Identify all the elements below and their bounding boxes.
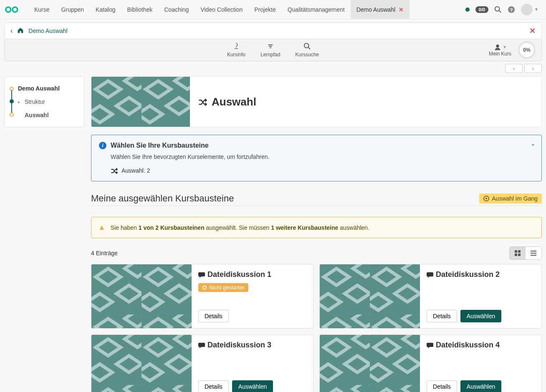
svg-point-9 — [237, 48, 238, 49]
home-icon[interactable] — [17, 27, 24, 35]
logo[interactable] — [3, 5, 22, 15]
grid-view-button[interactable] — [510, 247, 526, 259]
svg-line-14 — [308, 48, 310, 50]
top-nav: KurseGruppenKatalogBibliothekCoachingVid… — [0, 0, 546, 19]
svg-rect-22 — [531, 251, 536, 251]
select-button[interactable]: Auswählen — [232, 380, 273, 392]
nav-tab[interactable]: Bibliothek — [121, 0, 159, 19]
kursinfo-button[interactable]: Kursinfo — [220, 43, 253, 58]
card-image — [320, 335, 420, 392]
close-icon[interactable]: ✕ — [529, 26, 536, 35]
tree-struktur[interactable]: ▸ Struktur — [5, 95, 84, 108]
details-button[interactable]: Details — [198, 310, 229, 322]
progress-circle: 0% — [518, 41, 536, 59]
notification-badge[interactable]: 0/0 — [475, 6, 488, 13]
breadcrumb-title[interactable]: Demo Auswahl — [28, 28, 67, 34]
nav-tab[interactable]: Gruppen — [56, 0, 90, 19]
info-foot: Auswahl: 2 — [121, 167, 150, 174]
svg-point-3 — [495, 6, 500, 11]
user-menu[interactable]: ▼ — [521, 4, 538, 15]
list-view-button[interactable] — [526, 247, 541, 259]
presence-dot — [465, 8, 470, 12]
help-icon[interactable]: ? — [508, 6, 515, 13]
svg-text:?: ? — [510, 7, 513, 12]
svg-point-7 — [235, 48, 235, 49]
kurssuche-label: Kurssuche — [295, 52, 319, 58]
next-button[interactable]: › — [524, 64, 542, 73]
svg-rect-21 — [518, 254, 521, 256]
warning-text: Sie haben 1 von 2 Kursbausteinen ausgewä… — [111, 224, 369, 231]
details-button[interactable]: Details — [427, 310, 457, 322]
caret-down-icon: ▼ — [534, 7, 538, 12]
chat-icon — [427, 342, 434, 349]
svg-rect-27 — [91, 335, 192, 392]
prev-button[interactable]: ‹ — [505, 64, 523, 73]
nav-tab[interactable]: Qualitätsmanagement — [282, 0, 351, 19]
tree-auswahl-label: Auswahl — [25, 112, 49, 118]
lernpfad-button[interactable]: Lernpfad — [253, 43, 288, 58]
course-toolbar: Kursinfo Lernpfad Kurssuche ▼ Mein Kurs … — [4, 39, 542, 61]
nav-tab-active[interactable]: Demo Auswahl✕ — [351, 0, 410, 19]
tree-root[interactable]: Demo Auswahl — [5, 82, 84, 95]
tree-root-label: Demo Auswahl — [18, 85, 60, 92]
header-image — [91, 77, 190, 127]
info-panel: i Wählen Sie Ihre Kursbausteine Wählen S… — [91, 135, 542, 181]
section-title: Meine ausgewählen Kursbausteine — [91, 193, 234, 204]
info-icon: i — [99, 142, 106, 149]
kurssuche-button[interactable]: Kurssuche — [288, 43, 326, 58]
search-icon[interactable] — [494, 6, 502, 13]
avatar — [521, 4, 533, 15]
chat-icon — [427, 271, 434, 279]
course-card: Dateidiskussion 2 Details Auswählen — [319, 264, 542, 329]
warning-panel: ▲ Sie haben 1 von 2 Kursbausteinen ausge… — [91, 217, 542, 238]
svg-rect-20 — [515, 254, 517, 256]
tree-struktur-label: Struktur — [25, 98, 45, 105]
shuffle-icon — [198, 97, 207, 106]
details-button[interactable]: Details — [427, 380, 457, 392]
details-button[interactable]: Details — [198, 380, 229, 392]
svg-line-4 — [499, 10, 501, 13]
svg-point-8 — [236, 48, 237, 49]
card-title: Dateidiskussion 3 — [198, 341, 306, 349]
page-header: Auswahl — [91, 76, 542, 127]
card-image — [91, 264, 192, 328]
nav-tab[interactable]: Coaching — [158, 0, 195, 19]
mein-kurs-label: Mein Kurs — [489, 51, 511, 57]
svg-rect-24 — [531, 255, 536, 256]
svg-rect-26 — [320, 264, 420, 328]
play-circle-icon — [483, 196, 489, 201]
page-title: Auswahl — [212, 95, 256, 108]
svg-point-13 — [304, 43, 308, 48]
svg-rect-16 — [91, 77, 190, 127]
tree-auswahl[interactable]: Auswahl — [5, 108, 84, 122]
course-card: Dateidiskussion 3 Details Auswählen — [91, 334, 313, 392]
info-title: Wählen Sie Ihre Kursbausteine — [111, 142, 209, 149]
info-body: Wählen Sie Ihre bevorzugten Kurselemente… — [111, 153, 534, 160]
mein-kurs-menu[interactable]: ▼ Mein Kurs — [489, 43, 511, 57]
back-icon[interactable]: ‹ — [10, 27, 13, 35]
nav-tab[interactable]: Kurse — [28, 0, 56, 19]
chat-icon — [198, 342, 206, 349]
select-button[interactable]: Auswählen — [460, 310, 502, 322]
svg-rect-19 — [518, 250, 521, 253]
nav-tab[interactable]: Video Collection — [195, 0, 248, 19]
course-card: Dateidiskussion 4 Details Auswählen — [319, 334, 542, 392]
select-button[interactable]: Auswählen — [460, 380, 502, 392]
kursinfo-label: Kursinfo — [227, 52, 245, 58]
nav-tab[interactable]: Katalog — [90, 0, 121, 19]
nav-tab[interactable]: Projekte — [248, 0, 281, 19]
entries-count: 4 Einträge — [91, 250, 118, 256]
card-title: Dateidiskussion 2 — [427, 270, 535, 279]
breadcrumb: ‹ Demo Auswahl ✕ — [4, 23, 542, 39]
card-image — [320, 264, 420, 328]
tab-close-icon[interactable]: ✕ — [399, 6, 404, 13]
svg-point-2 — [13, 7, 18, 12]
collapse-icon[interactable]: ⌄ — [531, 140, 536, 147]
card-title: Dateidiskussion 1 — [198, 270, 306, 279]
svg-rect-25 — [91, 264, 192, 328]
card-image — [91, 335, 192, 392]
view-toggle — [509, 246, 542, 260]
card-title: Dateidiskussion 4 — [427, 341, 535, 349]
chat-icon — [198, 271, 206, 279]
svg-rect-18 — [515, 250, 517, 253]
